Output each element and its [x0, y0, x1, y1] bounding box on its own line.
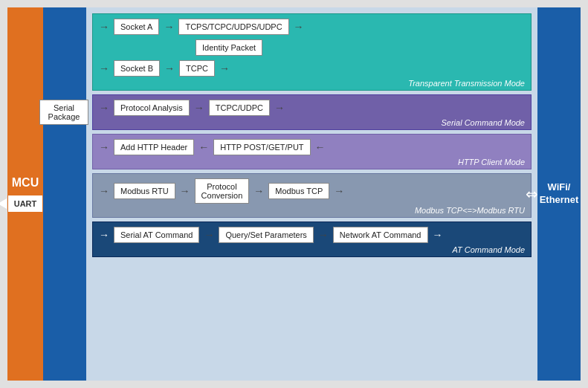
wifi-text: WiFi/Ethernet	[540, 181, 579, 205]
serial-command-label: Serial Command Mode	[442, 118, 526, 127]
arrow-modbus-out: →	[334, 186, 344, 196]
wifi-arrow-icon: ⇔	[526, 185, 538, 203]
left-blue-sidebar	[43, 7, 86, 381]
serial-package-label: SerialPackage	[48, 103, 80, 121]
uart-box: UART	[8, 195, 43, 212]
arrow-in-serial-cmd: →	[99, 103, 109, 113]
transparent-label: Transparent Transmission Mode	[408, 79, 525, 88]
socket-b-box: Socket B	[114, 60, 160, 77]
serial-at-command-box: Serial AT Command	[114, 227, 199, 243]
arrow-http-out: ←	[315, 142, 326, 152]
add-http-header-box: Add HTTP Header	[114, 139, 194, 155]
modbus-tcp-box: Modbus TCP	[268, 183, 329, 199]
arrow-tcpc-udpc-out: →	[274, 103, 285, 113]
uart-arrow-left-icon	[0, 198, 7, 209]
modbus-label: Modbus TCP<=>Modbus RTU	[415, 206, 525, 215]
socket-a-box: Socket A	[114, 19, 159, 35]
identity-packet-row: Identity Packet	[99, 39, 525, 56]
arrow-http-back: ←	[198, 142, 209, 152]
wifi-label: WiFi/Ethernet	[540, 181, 579, 207]
http-client-row: → Add HTTP Header ← HTTP POST/GET/PUT ←	[99, 139, 525, 155]
protocol-conversion-box: ProtocolConversion	[195, 178, 250, 204]
modbus-section: → Modbus RTU → ProtocolConversion → Modb…	[92, 173, 532, 218]
protocol-box: TCPS/TCPC/UDPS/UDPC	[178, 19, 288, 35]
network-at-command-box: Network AT Command	[333, 227, 428, 243]
arrow-conv-tcp: →	[253, 186, 264, 196]
modbus-rtu-box: Modbus RTU	[114, 183, 175, 199]
identity-packet-box: Identity Packet	[196, 39, 262, 56]
at-command-section: → Serial AT Command → Query/Set Paramete…	[92, 222, 532, 257]
mcu-bar: MCU UART	[7, 7, 43, 381]
arrow-query-network: →	[318, 230, 329, 240]
arrow-in-socket-a: →	[99, 22, 109, 32]
arrow-in-at: →	[99, 230, 109, 240]
arrow-pa-tcpc: →	[194, 103, 204, 113]
at-command-row: → Serial AT Command → Query/Set Paramete…	[99, 227, 525, 243]
at-command-label: AT Command Mode	[452, 245, 525, 254]
transparent-rows: → Socket A → TCPS/TCPC/UDPS/UDPC → Ident…	[99, 19, 525, 77]
arrow-protocol-out: →	[294, 22, 304, 32]
transparent-transmission-section: → Socket A → TCPS/TCPC/UDPS/UDPC → Ident…	[92, 13, 532, 91]
http-post-get-put-box: HTTP POST/GET/PUT	[213, 139, 310, 155]
tcpc-box: TCPC	[179, 60, 215, 77]
http-client-label: HTTP Client Mode	[458, 158, 525, 166]
tcpc-udpc-box: TCPC/UDPC	[209, 100, 270, 116]
serial-command-row: → Protocol Analysis → TCPC/UDPC →	[99, 100, 525, 116]
serial-package-box: SerialPackage	[39, 100, 88, 125]
uart-label: UART	[14, 199, 37, 208]
protocol-analysis-box: Protocol Analysis	[114, 100, 190, 116]
content-area: → Socket A → TCPS/TCPC/UDPS/UDPC → Ident…	[86, 7, 537, 381]
arrow-socket-b-tcpc: →	[164, 63, 175, 74]
arrow-in-socket-b: →	[99, 63, 109, 74]
arrow-tcpc-out: →	[219, 63, 230, 74]
socket-a-row: → Socket A → TCPS/TCPC/UDPS/UDPC →	[99, 19, 525, 35]
http-client-section: → Add HTTP Header ← HTTP POST/GET/PUT ← …	[92, 134, 532, 169]
arrow-in-http: →	[99, 142, 109, 152]
arrow-at-out: →	[433, 230, 443, 240]
mcu-label: MCU	[12, 176, 39, 190]
right-blue-sidebar: ⇔ WiFi/Ethernet	[537, 7, 581, 381]
arrow-serial-query: →	[204, 230, 214, 240]
main-container: MCU UART → Socket A → TCPS/TCPC/UDPS/UDP…	[7, 7, 581, 381]
arrow-in-modbus: →	[99, 186, 109, 196]
arrow-socket-a-protocol: →	[164, 22, 174, 32]
serial-command-section: SerialPackage → Protocol Analysis → TCPC…	[92, 94, 532, 130]
arrow-modbus-conv: →	[180, 186, 190, 196]
modbus-row: → Modbus RTU → ProtocolConversion → Modb…	[99, 178, 525, 204]
query-set-box: Query/Set Parameters	[219, 227, 313, 243]
socket-b-row: → Socket B → TCPC →	[99, 60, 525, 77]
